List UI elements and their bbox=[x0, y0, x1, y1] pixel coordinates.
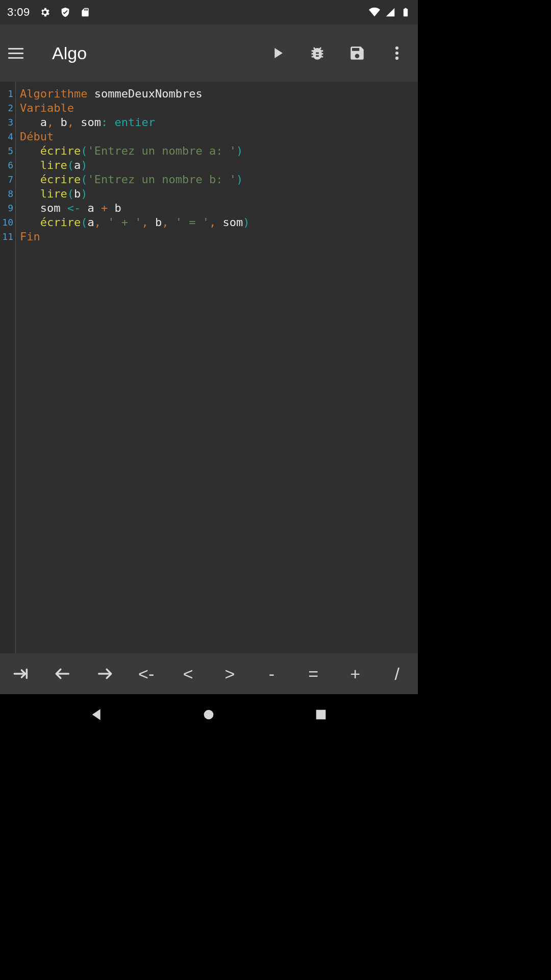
nav-back[interactable] bbox=[89, 706, 105, 723]
code-line[interactable]: Algorithme sommeDeuxNombres bbox=[20, 87, 414, 101]
svg-point-0 bbox=[395, 46, 398, 50]
android-nav-bar bbox=[0, 694, 418, 735]
key-minus[interactable]: - bbox=[251, 653, 292, 694]
code-line[interactable]: écrire('Entrez un nombre b: ') bbox=[20, 173, 414, 187]
svg-point-2 bbox=[395, 57, 398, 60]
key-cursor-right[interactable] bbox=[84, 653, 126, 694]
line-number: 3 bbox=[1, 115, 13, 130]
app-bar: Algo bbox=[0, 24, 418, 82]
signal-icon bbox=[385, 7, 395, 17]
code-line[interactable]: lire(b) bbox=[20, 187, 414, 201]
key-cursor-left[interactable] bbox=[42, 653, 84, 694]
svg-point-1 bbox=[395, 52, 398, 55]
line-number: 6 bbox=[1, 158, 13, 173]
code-line[interactable]: écrire('Entrez un nombre a: ') bbox=[20, 144, 414, 158]
code-line[interactable]: écrire(a, ' + ', b, ' = ', som) bbox=[20, 215, 414, 230]
key-gt[interactable]: > bbox=[209, 653, 251, 694]
line-gutter: 1234567891011 bbox=[0, 82, 16, 653]
line-number: 8 bbox=[1, 187, 13, 201]
code-line[interactable]: a, b, som: entier bbox=[20, 115, 414, 130]
line-number: 10 bbox=[1, 215, 13, 230]
line-number: 9 bbox=[1, 201, 13, 215]
status-bar: 3:09 bbox=[0, 0, 418, 24]
code-line[interactable]: som <- a + b bbox=[20, 201, 414, 215]
line-number: 4 bbox=[1, 130, 13, 144]
svg-rect-4 bbox=[316, 710, 326, 720]
nav-home[interactable] bbox=[201, 706, 217, 723]
code-line[interactable]: Début bbox=[20, 130, 414, 144]
line-number: 2 bbox=[1, 101, 13, 115]
code-editor[interactable]: 1234567891011 Algorithme sommeDeuxNombre… bbox=[0, 82, 418, 653]
code-line[interactable]: lire(a) bbox=[20, 158, 414, 173]
code-line[interactable]: Fin bbox=[20, 230, 414, 244]
code-line[interactable]: Variable bbox=[20, 101, 414, 115]
more-button[interactable] bbox=[388, 44, 406, 62]
key-equals[interactable]: = bbox=[292, 653, 334, 694]
nav-recent[interactable] bbox=[313, 706, 329, 723]
line-number: 11 bbox=[1, 230, 13, 244]
key-lt[interactable]: < bbox=[167, 653, 209, 694]
gear-icon bbox=[39, 7, 51, 18]
debug-button[interactable] bbox=[309, 44, 326, 62]
run-button[interactable] bbox=[269, 44, 286, 62]
key-assign[interactable]: <- bbox=[126, 653, 167, 694]
save-button[interactable] bbox=[348, 44, 366, 62]
menu-button[interactable] bbox=[8, 48, 23, 59]
line-number: 5 bbox=[1, 144, 13, 158]
shield-icon bbox=[60, 7, 71, 18]
sd-card-icon bbox=[80, 7, 90, 17]
battery-icon bbox=[400, 7, 411, 17]
app-title: Algo bbox=[52, 43, 87, 63]
line-number: 1 bbox=[1, 87, 13, 101]
line-number: 7 bbox=[1, 173, 13, 187]
key-tab[interactable] bbox=[0, 653, 42, 694]
key-plus[interactable]: + bbox=[334, 653, 376, 694]
symbol-toolbar: <- < > - = + / bbox=[0, 653, 418, 694]
code-area[interactable]: Algorithme sommeDeuxNombresVariable a, b… bbox=[16, 82, 418, 653]
svg-point-3 bbox=[204, 710, 214, 720]
key-slash[interactable]: / bbox=[376, 653, 418, 694]
wifi-icon bbox=[369, 7, 380, 18]
status-time: 3:09 bbox=[7, 6, 30, 19]
